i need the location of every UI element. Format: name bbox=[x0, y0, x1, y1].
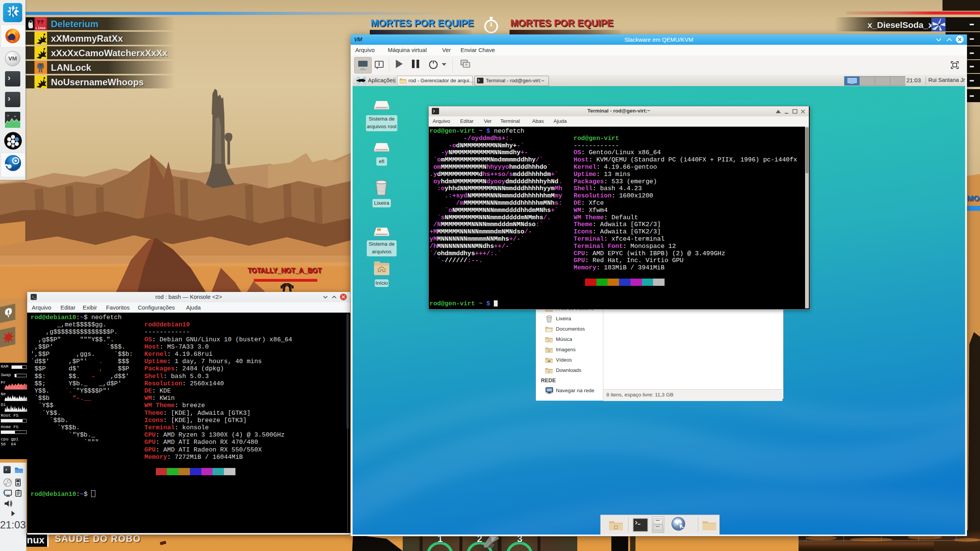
svg-text:Linux: Linux bbox=[35, 26, 46, 30]
svg-text:♫: ♫ bbox=[547, 339, 550, 342]
svg-text:??: ?? bbox=[37, 20, 44, 26]
